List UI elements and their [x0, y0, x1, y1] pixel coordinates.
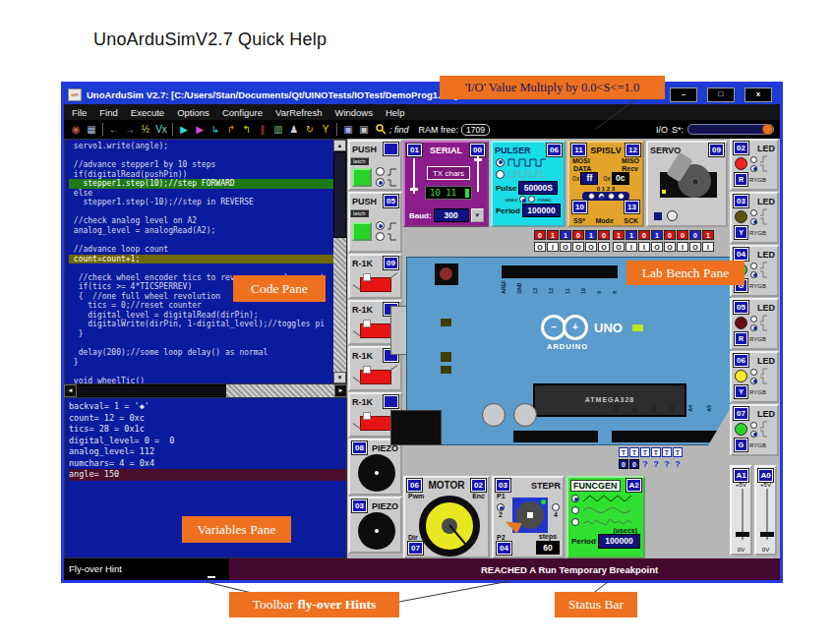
scroll-thumb[interactable] — [77, 384, 226, 397]
push-button[interactable] — [352, 168, 372, 187]
find-text[interactable]: ; find — [389, 125, 409, 135]
push-button[interactable] — [352, 222, 372, 241]
tristate-toggle[interactable]: T — [673, 447, 683, 457]
variable-row[interactable]: numchars= 4 = 0x4 — [69, 458, 346, 470]
variable-row[interactable]: analog_level= 112 — [69, 446, 346, 458]
scope-icon[interactable]: ▥ — [270, 122, 286, 137]
source-radio[interactable] — [750, 156, 757, 163]
enc-pin-box[interactable]: 02 — [471, 479, 486, 492]
code-pane[interactable]: servo1.write(angle); //advance stepper1 … — [64, 139, 347, 384]
led-color-box[interactable]: Y — [735, 385, 747, 398]
source-radio[interactable] — [750, 263, 757, 269]
step-out-icon[interactable]: ↰ — [239, 122, 255, 137]
motor-wheel[interactable] — [419, 496, 480, 556]
pin-number-box[interactable]: 07 — [734, 407, 748, 420]
mode2-radio[interactable] — [608, 193, 615, 200]
scroll-up-icon[interactable]: ▲ — [333, 140, 346, 151]
scroll-down-icon[interactable]: ▼ — [333, 372, 346, 383]
scroll-left-icon[interactable]: ◄ — [64, 384, 77, 397]
latch-label[interactable]: latch — [350, 157, 369, 165]
led-color-box[interactable]: R — [735, 173, 747, 186]
code-horizontal-scrollbar[interactable]: ◄ ► — [64, 384, 347, 397]
pin-number-box[interactable]: 06 — [547, 144, 562, 156]
period-value[interactable]: 100000 — [598, 534, 640, 549]
edge-rise-radio[interactable] — [376, 167, 385, 176]
close-button[interactable]: x — [745, 88, 772, 102]
person-icon[interactable]: ♟ — [286, 122, 302, 137]
led-color-box[interactable]: Y — [735, 226, 747, 239]
msec-radio[interactable] — [528, 196, 535, 203]
pulse-high-radio[interactable] — [496, 158, 505, 167]
step-over-icon[interactable]: ↱ — [223, 122, 239, 137]
latch-label[interactable]: latch — [350, 209, 369, 217]
minimize-button[interactable]: – — [670, 88, 697, 102]
menu-configure[interactable]: Configure — [222, 107, 263, 118]
slider-thumb[interactable] — [736, 532, 749, 537]
sink-radio[interactable] — [750, 431, 757, 438]
pin-number-box[interactable]: 02 — [734, 142, 748, 154]
analog-pin-box[interactable]: A0 — [758, 469, 773, 482]
variable-row[interactable]: count= 12 = 0xc — [69, 413, 346, 425]
p2-pin-box[interactable]: 04 — [497, 542, 511, 555]
reset-icon[interactable]: ↻ — [302, 122, 318, 137]
source-radio[interactable] — [750, 316, 757, 322]
p1-pin-box[interactable]: 03 — [496, 479, 510, 492]
pin-number-box[interactable] — [384, 143, 398, 155]
sink-radio[interactable] — [750, 324, 757, 331]
pin-number-box[interactable] — [384, 395, 398, 408]
tristate-toggle[interactable]: T — [619, 447, 628, 457]
run-icon[interactable]: ▶ — [176, 122, 192, 137]
pin-number-box[interactable]: 09 — [384, 257, 398, 269]
save-icon[interactable]: ▦ — [84, 122, 99, 137]
led-color-box[interactable]: R — [735, 332, 747, 345]
source-radio[interactable] — [750, 422, 757, 429]
baud-select[interactable]: 300 — [434, 208, 469, 222]
dir-pin-box[interactable]: 07 — [408, 542, 423, 555]
analog-pin-box[interactable]: A1 — [734, 469, 748, 482]
pulse-low-radio[interactable] — [496, 170, 505, 179]
pin-number-box[interactable]: 08 — [352, 441, 367, 454]
half-step-radio[interactable] — [497, 503, 505, 511]
tristate-toggle[interactable]: T — [651, 447, 661, 457]
pulse-width-value[interactable]: 50000S — [518, 181, 558, 195]
baud-dropdown-icon[interactable]: ▼ — [471, 208, 484, 222]
mode0-radio[interactable] — [588, 193, 595, 200]
sck-pin-box[interactable]: 13 — [625, 201, 639, 213]
menu-file[interactable]: File — [72, 107, 87, 118]
reset-button[interactable] — [440, 267, 452, 280]
rx-slider-handle[interactable] — [474, 158, 482, 161]
scroll-right-icon[interactable]: ► — [334, 384, 347, 397]
pin-number-box[interactable]: 09 — [709, 144, 724, 156]
menu-varrefresh[interactable]: VarRefresh — [275, 107, 322, 118]
slider-thumb[interactable] — [760, 532, 774, 537]
back-arrow-icon[interactable]: ← — [106, 122, 122, 137]
pin-number-box[interactable]: 03 — [734, 195, 748, 207]
analog-header[interactable] — [612, 431, 722, 442]
tristate-toggle[interactable]: T — [662, 447, 672, 457]
pin-number-box[interactable]: 05 — [734, 301, 748, 314]
pin-number-box[interactable]: 03 — [352, 499, 367, 512]
forward-arrow-icon[interactable]: → — [122, 122, 138, 137]
edge-fall-radio[interactable] — [376, 232, 385, 241]
rx-slider-track[interactable] — [477, 156, 479, 192]
sink-radio[interactable] — [750, 378, 757, 384]
switch-wire[interactable] — [389, 365, 398, 372]
pwm-pin-box[interactable]: 06 — [407, 479, 422, 492]
watch-clear-icon[interactable]: ▣ — [356, 122, 372, 137]
led-color-box[interactable]: G — [735, 439, 747, 451]
halt-icon[interactable]: ∥ — [255, 122, 270, 137]
variable-row[interactable]: tics= 28 = 0x1c — [69, 424, 346, 436]
scroll-thumb[interactable] — [333, 151, 346, 238]
io-slider-knob[interactable] — [762, 124, 773, 135]
source-radio[interactable] — [750, 209, 757, 216]
pin-number-box[interactable]: A2 — [626, 479, 641, 492]
watch-add-icon[interactable]: ▣ — [340, 122, 356, 137]
source-radio[interactable] — [750, 369, 757, 376]
miso-pin-box[interactable]: 12 — [626, 144, 640, 156]
tristate-toggle[interactable]: T — [629, 447, 639, 457]
mosi-pin-box[interactable]: 11 — [571, 144, 586, 156]
tristate-toggle[interactable]: T — [640, 447, 650, 457]
digital-header-left[interactable] — [502, 265, 618, 278]
hex-format-icon[interactable]: ½ — [138, 122, 153, 137]
funnel-icon[interactable]: Y — [318, 122, 333, 137]
